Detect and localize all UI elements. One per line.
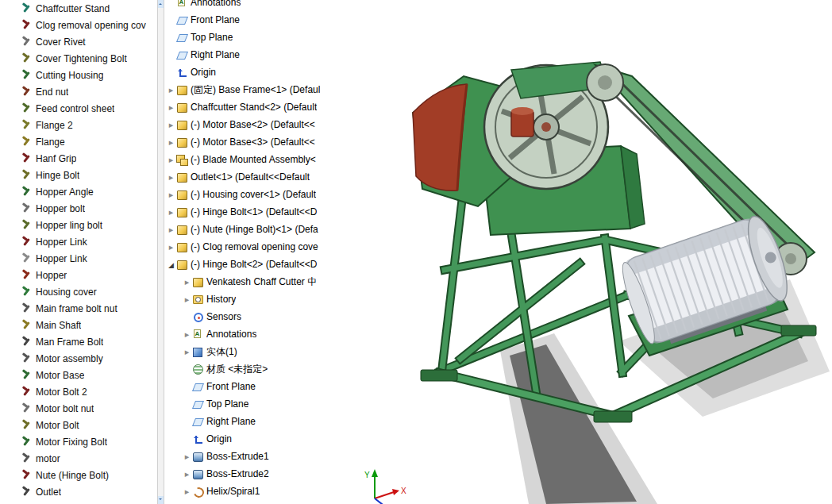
expand-arrow-icon[interactable] — [166, 119, 176, 130]
expand-arrow-icon[interactable] — [182, 468, 192, 479]
part-icon — [21, 253, 31, 264]
part-icon — [21, 420, 31, 430]
part-icon — [21, 303, 31, 314]
parts-list-item[interactable]: Clog removal opening cov — [0, 17, 157, 33]
tree-item[interactable]: Annotations — [164, 325, 341, 343]
parts-list-item[interactable]: Hopper ling bolt — [0, 217, 157, 233]
tree-item[interactable]: Sensors — [164, 308, 341, 325]
tree-item-label: History — [206, 294, 236, 305]
parts-list-item[interactable]: Motor Base — [0, 367, 157, 383]
parts-scrollbar[interactable] — [157, 0, 164, 504]
expand-arrow-icon[interactable] — [166, 137, 176, 148]
part-icon — [21, 337, 31, 347]
expand-arrow-icon[interactable] — [166, 241, 176, 252]
tree-item[interactable]: Helix/Spiral1 — [164, 483, 341, 500]
part-icon — [21, 203, 31, 214]
parts-list-item[interactable]: Hopper Link — [0, 233, 157, 250]
tree-item[interactable]: (-) Housing cover<1> (Default — [164, 186, 341, 203]
tree-item[interactable]: Chaffcutter Stand<2> (Default — [164, 98, 341, 116]
tree-item[interactable]: 材质 <未指定> — [164, 360, 341, 378]
tree-item[interactable]: (-) Hinge Bolt<2> (Default<<D — [164, 256, 341, 273]
tree-item[interactable]: Venkatesh Chaff Cutter 中 — [164, 273, 341, 290]
part-icon — [21, 87, 31, 97]
expand-arrow-icon[interactable] — [182, 346, 192, 357]
tree-item[interactable]: Boss-Extrude2 — [164, 465, 341, 483]
expand-arrow-icon[interactable] — [166, 189, 176, 200]
parts-list-item[interactable]: End nut — [0, 83, 157, 100]
part-icon — [21, 453, 31, 464]
parts-list-item[interactable]: Hopper Angle — [0, 183, 157, 200]
parts-list-item[interactable]: Flange 2 — [0, 117, 157, 133]
expand-arrow-icon[interactable] — [166, 224, 176, 235]
tree-item[interactable]: Annotations — [164, 0, 341, 11]
tree-item-label: (-) Hinge Bolt<1> (Default<<D — [191, 206, 317, 217]
part-icon — [21, 387, 31, 397]
parts-list-item[interactable]: Motor bolt nut — [0, 400, 157, 417]
expand-arrow-icon[interactable] — [166, 84, 176, 95]
parts-list-item[interactable]: Motor Fixing Bolt — [0, 433, 157, 450]
tree-item[interactable]: Front Plane — [164, 11, 341, 29]
parts-list-item[interactable]: Hinge Bolt — [0, 167, 157, 183]
expand-arrow-icon[interactable] — [166, 102, 176, 113]
expand-arrow-icon[interactable] — [182, 486, 192, 497]
part-label: Flange 2 — [36, 120, 73, 131]
expand-arrow-icon[interactable] — [166, 154, 176, 165]
tree-item[interactable]: Top Plane — [164, 29, 341, 46]
tree-item[interactable]: (-) Blade Mounted Assembly< — [164, 151, 341, 168]
tree-item[interactable]: 实体(1) — [164, 343, 341, 360]
parts-list-item[interactable]: Main Shaft — [0, 317, 157, 333]
tree-item[interactable]: (-) Motor Base<2> (Default<< — [164, 116, 341, 133]
tree-item[interactable]: Outlet<1> (Default<<Default — [164, 168, 341, 186]
tree-item[interactable]: (固定) Base Frame<1> (Defaul — [164, 81, 341, 98]
tree-item[interactable]: (-) Motor Base<3> (Default<< — [164, 133, 341, 151]
tree-item-label: Outlet<1> (Default<<Default — [191, 171, 310, 183]
triad-y-label: Y — [364, 471, 370, 479]
parts-list-item[interactable]: Hopper bolt — [0, 200, 157, 217]
part-label: Hopper ling bolt — [36, 220, 102, 231]
expand-arrow-icon[interactable] — [182, 329, 192, 340]
tree-item[interactable]: Right Plane — [164, 413, 341, 430]
tree-item[interactable]: Right Plane — [164, 46, 341, 63]
parts-list-item[interactable]: Cutting Housing — [0, 67, 157, 83]
tree-item[interactable]: Origin — [164, 63, 341, 81]
tree-item[interactable]: History — [164, 290, 341, 308]
expand-arrow-icon[interactable] — [166, 171, 176, 183]
tree-item[interactable]: Top Plane — [164, 395, 341, 413]
parts-list-item[interactable]: Hanf Grip — [0, 150, 157, 167]
3d-viewport[interactable]: Y X Z — [341, 0, 832, 504]
part-label: Hopper — [36, 270, 67, 281]
parts-list-item[interactable]: motor — [0, 450, 157, 467]
parts-list-item[interactable]: Cover Tightening Bolt — [0, 50, 157, 67]
parts-list-item[interactable]: Motor Bolt 2 — [0, 383, 157, 400]
scroll-up-button[interactable] — [158, 0, 164, 8]
parts-list-item[interactable]: Feed control sheet — [0, 100, 157, 117]
parts-list-item[interactable]: Outlet — [0, 483, 157, 500]
tree-item[interactable]: Boss-Extrude1 — [164, 448, 341, 465]
parts-list-item[interactable]: Chaffcutter Stand — [0, 0, 157, 17]
tree-item[interactable]: Origin — [164, 430, 341, 448]
parts-list-item[interactable]: Hopper Link — [0, 250, 157, 267]
expand-arrow-icon[interactable] — [166, 206, 176, 217]
tree-item-label: Annotations — [191, 0, 241, 8]
expand-arrow-icon[interactable] — [182, 276, 192, 287]
parts-list-item[interactable]: Cover Rivet — [0, 33, 157, 50]
parts-list-item[interactable]: Man Frame Bolt — [0, 333, 157, 350]
part-icon — [176, 102, 187, 113]
tree-item[interactable]: (-) Nute (Hinge Bolt)<1> (Defa — [164, 221, 341, 238]
tree-item-label: Chaffcutter Stand<2> (Default — [191, 102, 317, 113]
parts-list-item[interactable]: Motor Bolt — [0, 417, 157, 433]
expand-arrow-icon[interactable] — [182, 294, 192, 305]
parts-list-item[interactable]: Hopper — [0, 267, 157, 283]
plane-icon — [176, 32, 187, 43]
tree-item[interactable]: Front Plane — [164, 378, 341, 395]
tree-item[interactable]: (-) Hinge Bolt<1> (Default<<D — [164, 203, 341, 221]
parts-list-item[interactable]: Main frame bolt nut — [0, 300, 157, 317]
parts-list-item[interactable]: Nute (Hinge Bolt) — [0, 467, 157, 483]
parts-list-item[interactable]: Motor assembly — [0, 350, 157, 367]
parts-list-item[interactable]: Flange — [0, 133, 157, 150]
scroll-down-button[interactable] — [158, 496, 164, 504]
parts-list-item[interactable]: Housing cover — [0, 283, 157, 300]
tree-item[interactable]: (-) Clog removal opening cove — [164, 238, 341, 256]
expand-arrow-icon[interactable] — [182, 451, 192, 462]
expand-arrow-icon[interactable] — [166, 259, 176, 270]
